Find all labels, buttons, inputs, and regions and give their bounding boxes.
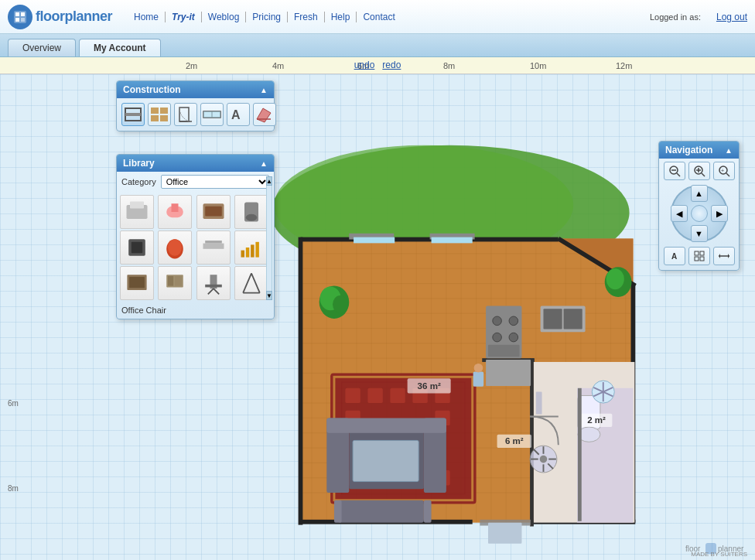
svg-point-152: [168, 239, 182, 256]
svg-point-65: [509, 333, 518, 342]
library-panel: Library ▲ Category Office: [116, 154, 275, 319]
floor-tool[interactable]: [148, 103, 171, 126]
svg-rect-80: [367, 388, 382, 403]
svg-rect-183: [695, 257, 699, 261]
nav-left-button[interactable]: ◀: [671, 205, 688, 222]
nav-help[interactable]: Help: [325, 12, 357, 22]
construction-panel-header: Construction ▲: [117, 81, 274, 98]
svg-rect-69: [543, 309, 562, 329]
svg-text:2 m²: 2 m²: [587, 415, 606, 425]
window-tool[interactable]: [200, 103, 224, 126]
svg-text:6 m²: 6 m²: [505, 436, 524, 446]
lib-item-10[interactable]: [196, 266, 231, 300]
zoom-in-button[interactable]: [688, 162, 710, 180]
svg-point-73: [333, 295, 347, 313]
main-canvas: 2m 4m 6m 8m 10m 12m undo redo 6m 8m 10m: [0, 57, 755, 560]
navigation-panel-title: Navigation: [665, 145, 712, 155]
nav-up-button[interactable]: ▲: [691, 185, 708, 202]
door-tool[interactable]: [174, 103, 197, 126]
svg-rect-94: [326, 418, 446, 432]
logo: floorplanner: [8, 5, 112, 29]
lib-item-1[interactable]: [158, 195, 192, 229]
nav-tryit[interactable]: Try-it: [166, 12, 202, 22]
text-tool[interactable]: A: [227, 103, 250, 126]
lib-item-3[interactable]: [234, 195, 268, 229]
erase-tool[interactable]: [253, 103, 276, 126]
nav-right-button[interactable]: ▶: [711, 205, 728, 222]
svg-rect-142: [130, 202, 144, 209]
svg-text:+: +: [721, 168, 724, 173]
svg-rect-70: [564, 309, 582, 329]
lib-item-7[interactable]: [234, 230, 268, 265]
svg-rect-96: [338, 500, 424, 523]
svg-rect-126: [578, 388, 582, 521]
svg-text:A: A: [231, 108, 241, 121]
nav-weblog[interactable]: Weblog: [202, 12, 246, 22]
svg-rect-53: [299, 237, 303, 525]
navigation-panel-collapse[interactable]: ▲: [725, 146, 733, 155]
redo-button[interactable]: redo: [382, 60, 401, 70]
nav-contact[interactable]: Contact: [357, 12, 401, 22]
compass-center: [691, 205, 708, 222]
svg-rect-125: [536, 392, 542, 415]
zoom-controls: +: [659, 159, 739, 183]
svg-rect-98: [424, 500, 432, 523]
svg-text:36 m²: 36 m²: [418, 381, 441, 391]
svg-point-116: [474, 364, 483, 373]
ruler-12m: 12m: [616, 61, 632, 70]
compass-container: ▲ ▼ ◀ ▶: [671, 185, 728, 242]
svg-rect-79: [345, 388, 360, 403]
lib-item-5[interactable]: [158, 230, 192, 265]
lib-item-11[interactable]: [234, 266, 268, 300]
svg-rect-128: [125, 113, 141, 116]
tab-overview[interactable]: Overview: [8, 39, 76, 56]
svg-line-172: [677, 173, 680, 176]
library-scroll-up[interactable]: ▲: [266, 176, 272, 186]
ruler-10m: 10m: [530, 61, 546, 70]
construction-panel: Construction ▲: [116, 80, 275, 131]
undo-redo-container: undo redo: [354, 60, 401, 70]
construction-panel-title: Construction: [123, 84, 181, 95]
svg-rect-163: [175, 276, 182, 286]
svg-rect-160: [129, 277, 145, 288]
svg-rect-48: [300, 237, 558, 242]
category-select[interactable]: Office: [161, 175, 269, 189]
lib-item-2[interactable]: [196, 195, 231, 229]
svg-rect-157: [251, 244, 255, 257]
lib-item-4[interactable]: [120, 230, 154, 265]
svg-rect-155: [241, 251, 244, 258]
nav-home[interactable]: Home: [128, 12, 166, 22]
svg-rect-130: [160, 108, 168, 114]
nav-mode-a[interactable]: A: [664, 247, 685, 265]
wall-tool[interactable]: [121, 103, 145, 126]
tab-myaccount[interactable]: My Account: [79, 39, 161, 56]
nav-fresh[interactable]: Fresh: [288, 12, 325, 22]
svg-rect-158: [255, 242, 259, 258]
lib-item-9[interactable]: [158, 266, 192, 300]
nav-pricing[interactable]: Pricing: [246, 12, 288, 22]
svg-rect-2: [21, 12, 25, 16]
zoom-out-button[interactable]: [664, 162, 685, 180]
library-panel-collapse[interactable]: ▲: [260, 159, 268, 168]
lib-item-8[interactable]: [120, 266, 154, 300]
logo-text: floorplanner: [36, 9, 112, 25]
svg-rect-137: [203, 111, 220, 118]
construction-tools: A: [117, 98, 274, 131]
logo-icon: [8, 5, 32, 29]
library-scroll-down[interactable]: ▼: [266, 291, 272, 300]
construction-panel-collapse[interactable]: ▲: [260, 86, 268, 94]
nav-mode-arrows[interactable]: [713, 247, 735, 265]
ruler-8m: 8m: [443, 61, 455, 70]
svg-point-148: [246, 214, 257, 221]
svg-rect-100: [432, 237, 473, 244]
header-right: Logged in as: Log out: [650, 12, 747, 22]
undo-button[interactable]: undo: [354, 60, 375, 70]
nav-mode-grid[interactable]: [688, 247, 710, 265]
lib-item-0[interactable]: [120, 195, 154, 229]
svg-rect-181: [695, 251, 699, 255]
zoom-reset-button[interactable]: +: [713, 162, 735, 180]
canvas-area[interactable]: 6m 8m 10m: [0, 74, 755, 560]
nav-down-button[interactable]: ▼: [691, 225, 708, 242]
lib-item-6[interactable]: [196, 230, 231, 265]
logout-link[interactable]: Log out: [716, 12, 747, 22]
